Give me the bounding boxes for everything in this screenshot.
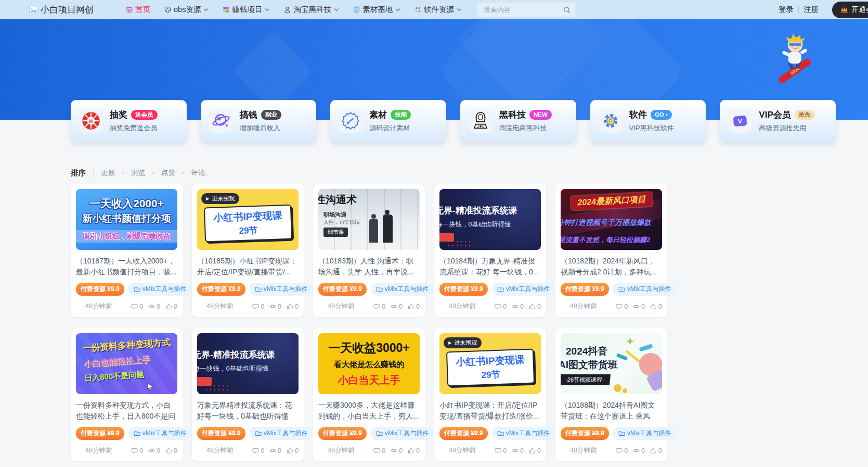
nav-item-obs[interactable]: obs资源: [164, 5, 209, 15]
post-thumbnail[interactable]: 进来围观 小红书IP变现课 29节: [197, 189, 299, 250]
chevron-down-icon: [457, 8, 462, 11]
login-link[interactable]: 登录: [779, 5, 794, 15]
site-logo[interactable]: 小白项目网创: [29, 4, 94, 16]
post-thumbnail[interactable]: 一天收益3000+ 看大佬是怎么赚钱的 小白当天上手: [318, 333, 420, 394]
thumb-badge: 66节课: [323, 228, 348, 237]
category-tag[interactable]: vMix工具与插件: [613, 427, 677, 440]
feature-subtitle: 增加睡后收入: [240, 123, 281, 133]
post-card[interactable]: 无界-精准投流系统课 每一块钱，0基础也听得懂 （10184期）万象无界-精准投…: [434, 184, 546, 317]
post-thumbnail[interactable]: 进来围观 小红书IP变现课 29节: [439, 333, 541, 394]
post-title[interactable]: （10182期）2024年新风口，视频号分成2.0计划，多种玩...: [561, 256, 662, 277]
eye-icon: [269, 303, 276, 310]
category-tag[interactable]: vMix工具与插件: [371, 427, 434, 440]
post-thumbnail[interactable]: 一份资料多种变现方式 小白也能轻松上手 日入800不是问题: [76, 333, 177, 394]
post-title[interactable]: （10183期）人性 沟通术：职场沟通，先学 人性，再学说...: [318, 256, 420, 277]
seal-pen-icon: [339, 109, 362, 133]
header-right: 登录 注册 开通会员: [779, 2, 868, 18]
post-card[interactable]: 一天收入2000+ 新小红书颜值打分项 吸引小姐姐，刷爆后端收益 （10187期…: [71, 184, 183, 317]
register-link[interactable]: 注册: [804, 5, 819, 15]
thumbs-up-icon: [650, 447, 657, 454]
view-count: 0: [148, 303, 160, 310]
post-time: 48分钟前: [449, 446, 475, 455]
feature-subtitle: 抽奖免费送会员: [110, 123, 158, 133]
post-title[interactable]: 一份资料多种变现方式，小白也能轻松上手，日入800不是问题: [76, 400, 177, 422]
feature-subtitle: 源码设计素材: [369, 123, 411, 133]
thumb-text: 人性，再学说话: [323, 219, 360, 226]
search-input[interactable]: [477, 3, 575, 17]
post-thumbnail[interactable]: 一天收入2000+ 新小红书颜值打分项 吸引小姐姐，刷爆后端收益: [76, 189, 177, 250]
feature-card-lottery[interactable]: 抽 抽奖送会员 抽奖免费送会员: [71, 100, 187, 142]
comment-icon: [495, 447, 501, 454]
thumb-text: 看大佬是怎么赚钱的: [334, 360, 404, 370]
post-title[interactable]: 小红书IP变现课：开店/定位/IP变现/直播带货/爆款打造/涨价...: [439, 400, 541, 422]
view-count: 0: [269, 447, 281, 455]
comment-icon: [131, 447, 138, 454]
category-tag[interactable]: vMix工具与插件: [371, 283, 434, 296]
feature-subtitle: VIP黑科技软件: [629, 123, 674, 133]
thumbs-up-icon: [287, 303, 293, 310]
category-tag[interactable]: vMix工具与插件: [250, 283, 313, 296]
post-title[interactable]: （10185期）小红书IP变现课：开店/定位/IP变现/直播带货/...: [197, 256, 299, 277]
thumb-text: 29节: [456, 368, 525, 382]
post-title[interactable]: （10187期）一天收入2000+，最新小红书颜值打分项目，吸...: [76, 256, 177, 277]
post-time: 48分钟前: [328, 302, 354, 311]
nav-item-software[interactable]: 软件资源: [414, 5, 462, 15]
decor-dots: [204, 384, 229, 392]
post-thumbnail[interactable]: 2024最新风口项目 分钟打造视频号千万播放爆款 尾流量不发愁，每日轻松躺赚2: [561, 189, 662, 250]
content-area: 排序 更新 浏览 点赞 评论 一天收入2000+ 新小红书颜值打分项 吸引小姐姐…: [71, 168, 667, 461]
thumb-text: 尾流量不发愁，每日轻松躺赚2: [561, 235, 650, 245]
post-card[interactable]: 进来围观 小红书IP变现课 29节 小红书IP变现课：开店/定位/IP变现/直播…: [434, 328, 546, 461]
feature-card-blacktech[interactable]: 黑科技NEW 淘宝电商黑科技: [460, 100, 576, 142]
post-thumbnail[interactable]: 无界-精准投流系统课 每一块钱，0基础也听得懂: [197, 333, 299, 394]
nav-item-material-base[interactable]: 素材基地: [353, 5, 400, 15]
category-tag[interactable]: vMix工具与插件: [128, 427, 192, 440]
post-card[interactable]: 进来围观 小红书IP变现课 29节 （10185期）小红书IP变现课：开店/定位…: [192, 184, 304, 317]
nav-item-money-projects[interactable]: 赚钱项目: [223, 5, 270, 15]
post-title[interactable]: 一天赚3000多，大佬是这样赚到钱的，小白当天上手，穷人...: [318, 400, 420, 422]
post-card[interactable]: 一份资料多种变现方式 小白也能轻松上手 日入800不是问题 一份资料多种变现方式…: [71, 328, 183, 461]
post-time: 48分钟前: [85, 302, 112, 311]
dots-icon: [414, 6, 421, 13]
post-title[interactable]: （10184期）万象无界-精准投流系统课：花好 每一块钱，0...: [439, 256, 541, 277]
feature-subtitle: 高级资源抢先用: [759, 123, 814, 133]
site-title: 小白项目网创: [41, 4, 94, 16]
feature-card-money[interactable]: 搞钱副业 增加睡后收入: [201, 100, 317, 142]
post-title[interactable]: （10188期）2024抖音AI图文带货班：在这个赛道上 乘风破...: [561, 400, 662, 422]
post-card[interactable]: 2024最新风口项目 分钟打造视频号千万播放爆款 尾流量不发愁，每日轻松躺赚2 …: [555, 184, 667, 317]
thumbs-up-icon: [529, 447, 536, 454]
post-card[interactable]: 性沟通术 职场沟通 人性，再学说话 66节课 （10183期）人性 沟通术：职场…: [313, 184, 425, 317]
feature-badge: 技能: [391, 110, 411, 120]
category-tag[interactable]: vMix工具与插件: [128, 283, 192, 296]
nav-item-taobao-tech[interactable]: 淘宝黑科技: [284, 5, 339, 15]
thumb-badge: 进来围观: [201, 193, 239, 204]
category-tag[interactable]: vMix工具与插件: [613, 283, 677, 296]
comment-icon: [131, 303, 138, 310]
post-card[interactable]: 无界-精准投流系统课 每一块钱，0基础也听得懂 万象无界精准投流系统课：花好每一…: [192, 328, 304, 461]
post-thumbnail[interactable]: 2024抖音 AI图文带货班 ·26节视频课程·: [561, 333, 662, 394]
open-vip-button[interactable]: 开通会员: [832, 2, 868, 18]
thumb-text: 一天收益3000+: [328, 340, 410, 356]
search-icon[interactable]: [563, 6, 571, 14]
folder-icon: [497, 430, 504, 437]
post-thumbnail[interactable]: 性沟通术 职场沟通 人性，再学说话 66节课: [318, 189, 420, 250]
sort-option-update[interactable]: 更新: [101, 168, 115, 178]
feature-card-vip[interactable]: V VIP会员抢先 高级资源抢先用: [720, 100, 836, 142]
feature-card-software[interactable]: 软件GO › VIP黑科技软件: [590, 100, 706, 142]
category-tag[interactable]: vMix工具与插件: [492, 427, 555, 440]
feature-card-material[interactable]: 素材技能 源码设计素材: [330, 100, 446, 142]
post-title[interactable]: 万象无界精准投流系统课：花好每一块钱，0基础也听得懂（...: [197, 400, 299, 422]
sort-option-likes[interactable]: 点赞: [161, 168, 175, 178]
category-tag[interactable]: vMix工具与插件: [492, 283, 555, 296]
post-card[interactable]: 2024抖音 AI图文带货班 ·26节视频课程· （10188期）2024抖音A…: [555, 328, 667, 461]
post-card[interactable]: 一天收益3000+ 看大佬是怎么赚钱的 小白当天上手 一天赚3000多，大佬是这…: [313, 328, 425, 461]
category-tag[interactable]: vMix工具与插件: [250, 427, 313, 440]
sort-option-comments[interactable]: 评论: [191, 168, 205, 178]
thumb-text: 新小红书颜值打分项: [82, 212, 171, 225]
post-thumbnail[interactable]: 无界-精准投流系统课 每一块钱，0基础也听得懂: [439, 189, 541, 250]
thumb-text: 29节: [214, 223, 283, 238]
view-count: 0: [633, 447, 645, 455]
price-badge: 付费资源 ¥9.9: [197, 427, 245, 440]
person-icon: [284, 6, 291, 13]
sort-option-views[interactable]: 浏览: [131, 168, 145, 178]
nav-item-home[interactable]: 首页: [126, 5, 150, 15]
